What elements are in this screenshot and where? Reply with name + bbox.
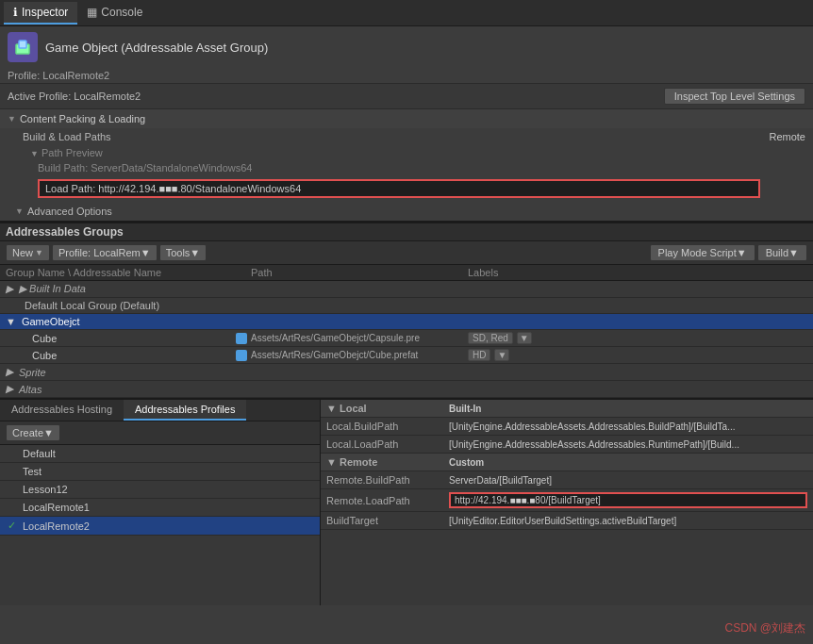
built-in-triangle: ▶: [6, 283, 13, 295]
build-target-value: [UnityEditor.EditorUserBuildSettings.act…: [449, 516, 807, 526]
sprite-name: ▶ Sprite: [6, 366, 232, 378]
profile-label-default: Default: [23, 448, 56, 459]
column-name: Group Name \ Addressable Name: [6, 267, 232, 278]
watermark-text: CSDN @刘建杰: [724, 621, 805, 635]
tab-profiles[interactable]: Addressables Profiles: [124, 400, 246, 421]
altas-row[interactable]: ▶ Altas: [0, 381, 813, 398]
cube2-name: Cube: [6, 350, 232, 361]
tab-hosting[interactable]: Addressables Hosting: [0, 400, 124, 421]
build-button[interactable]: Build▼: [757, 244, 807, 261]
cube2-labels: HD ▼: [468, 349, 807, 361]
game-object-icon: [8, 32, 38, 62]
tools-dropdown-label: Tools▼: [166, 247, 201, 258]
profile-item-lesson12[interactable]: Lesson12: [0, 481, 320, 499]
groups-title: Addressables Groups: [6, 225, 124, 239]
groups-header-bar: Addressables Groups: [0, 223, 813, 241]
build-load-paths-value: Remote: [769, 131, 805, 142]
profile-label-lesson12: Lesson12: [23, 484, 68, 495]
sprite-triangle: ▶: [6, 366, 13, 378]
advanced-options-label: Advanced Options: [27, 206, 112, 217]
addressable-groups-panel: Addressables Groups New ▼ Profile: Local…: [0, 222, 813, 398]
local-load-path-key: Local.LoadPath: [326, 438, 449, 450]
remote-section-label: ▼ Remote: [326, 456, 449, 468]
remote-load-path-row: Remote.LoadPath http://42.194.■■■.■80/[B…: [321, 489, 813, 512]
new-dropdown-arrow: ▼: [35, 248, 43, 257]
local-section-row: ▼ Local Built-In: [321, 400, 813, 418]
build-target-key: BuildTarget: [326, 515, 449, 526]
cube1-row[interactable]: Cube Assets/ArtRes/GameObejct/Capsule.pr…: [0, 330, 813, 347]
build-target-row: BuildTarget [UnityEditor.EditorUserBuild…: [321, 512, 813, 530]
local-load-path-value: [UnityEngine.AddressableAssets.Addressab…: [449, 439, 807, 450]
inspector-tab-label: Inspector: [22, 6, 68, 19]
cube1-labels-dropdown[interactable]: ▼: [517, 332, 532, 344]
active-profile-label: Active Profile: LocalRemote2: [8, 91, 141, 102]
advanced-triangle: ▼: [15, 206, 24, 216]
profile-label-localremote2: LocalRemote2: [23, 520, 90, 532]
cube1-icon: [232, 333, 251, 344]
bottom-panel: Addressables Hosting Addressables Profil…: [0, 398, 813, 605]
sprite-row[interactable]: ▶ Sprite: [0, 364, 813, 381]
tools-dropdown-button[interactable]: Tools▼: [159, 244, 207, 261]
content-packing-label: Content Packing & Loading: [20, 113, 145, 124]
inspector-icon: ℹ: [13, 6, 18, 19]
new-button[interactable]: New ▼: [6, 244, 50, 261]
built-in-data-name: ▶ ▶ Built In Data: [6, 283, 232, 295]
cube1-labels: SD, Red ▼: [468, 332, 807, 344]
console-icon: ▦: [87, 6, 97, 19]
inspect-top-level-button[interactable]: Inspect Top Level Settings: [664, 88, 805, 105]
cube1-name: Cube: [6, 333, 232, 344]
play-mode-script-button[interactable]: Play Mode Script▼: [650, 244, 755, 261]
build-load-paths-label: Build & Load Paths: [23, 131, 111, 142]
path-preview-section: ▼ Path Preview: [0, 145, 813, 160]
default-local-group-name: Default Local Group (Default): [6, 300, 232, 311]
profile-check-localremote2: ✓: [8, 520, 23, 532]
local-build-path-key: Local.BuildPath: [326, 421, 449, 432]
create-button[interactable]: Create▼: [6, 424, 60, 441]
tab-bar: ℹ Inspector ▦ Console: [0, 0, 813, 26]
cube2-labels-dropdown[interactable]: ▼: [494, 349, 509, 361]
column-path: Path: [251, 267, 468, 278]
local-load-path-row: Local.LoadPath [UnityEngine.AddressableA…: [321, 436, 813, 454]
altas-triangle: ▶: [6, 383, 13, 395]
cube1-asset-icon: [236, 333, 247, 344]
advanced-options-row: ▼ Advanced Options: [0, 202, 813, 221]
profile-label-test: Test: [23, 466, 41, 477]
gameobject-group-row[interactable]: ▼ GameObejct: [0, 314, 813, 330]
left-bottom-panel: Addressables Hosting Addressables Profil…: [0, 400, 321, 605]
profile-dropdown-button[interactable]: Profile: LocalRem▼: [52, 244, 158, 261]
cube1-label-sd: SD, Red: [468, 332, 513, 344]
remote-value: Custom: [449, 457, 807, 468]
profile-item-test[interactable]: Test: [0, 463, 320, 481]
inspector-panel: Game Object (Addressable Asset Group) Pr…: [0, 26, 813, 222]
profile-item-localremote2[interactable]: ✓ LocalRemote2: [0, 517, 320, 536]
remote-load-path-key: Remote.LoadPath: [326, 495, 449, 506]
active-profile-row: Active Profile: LocalRemote2 Inspect Top…: [0, 83, 813, 108]
gameobject-group-name: ▼ GameObejct: [6, 316, 232, 327]
local-build-path-value: [UnityEngine.AddressableAssets.Addressab…: [449, 421, 807, 432]
play-mode-label: Play Mode Script▼: [658, 247, 747, 258]
profile-dropdown-label: Profile: LocalRem▼: [58, 247, 151, 258]
game-object-title: Game Object (Addressable Asset Group): [45, 41, 268, 55]
right-bottom-panel: ▼ Local Built-In Local.BuildPath [UnityE…: [321, 400, 813, 605]
profile-values-table: ▼ Local Built-In Local.BuildPath [UnityE…: [321, 400, 813, 605]
profile-label-localremote1: LocalRemote1: [23, 502, 90, 513]
built-in-data-row[interactable]: ▶ ▶ Built In Data: [0, 281, 813, 298]
cube2-path: Assets/ArtRes/GameObejct/Cube.prefat: [251, 350, 468, 360]
default-local-group-row[interactable]: Default Local Group (Default): [0, 298, 813, 314]
tab-inspector[interactable]: ℹ Inspector: [4, 2, 77, 25]
build-path-label: Build Path: ServerData/StandaloneWindows…: [38, 162, 252, 173]
tab-console[interactable]: ▦ Console: [77, 2, 152, 25]
profile-item-default[interactable]: Default: [0, 445, 320, 463]
console-tab-label: Console: [101, 6, 142, 19]
remote-build-path-key: Remote.BuildPath: [326, 474, 449, 486]
new-label: New: [12, 247, 33, 258]
create-label: Create▼: [12, 427, 54, 438]
path-preview-label: Path Preview: [41, 147, 103, 158]
profile-item-localremote1[interactable]: LocalRemote1: [0, 499, 320, 517]
bottom-tabs: Addressables Hosting Addressables Profil…: [0, 400, 320, 421]
triangle-icon: ▼: [8, 114, 16, 124]
build-label: Build▼: [766, 247, 799, 258]
cube2-row[interactable]: Cube Assets/ArtRes/GameObejct/Cube.prefa…: [0, 347, 813, 364]
cube2-asset-icon: [236, 350, 247, 361]
profile-row: Profile: LocalRemote2: [0, 68, 813, 83]
